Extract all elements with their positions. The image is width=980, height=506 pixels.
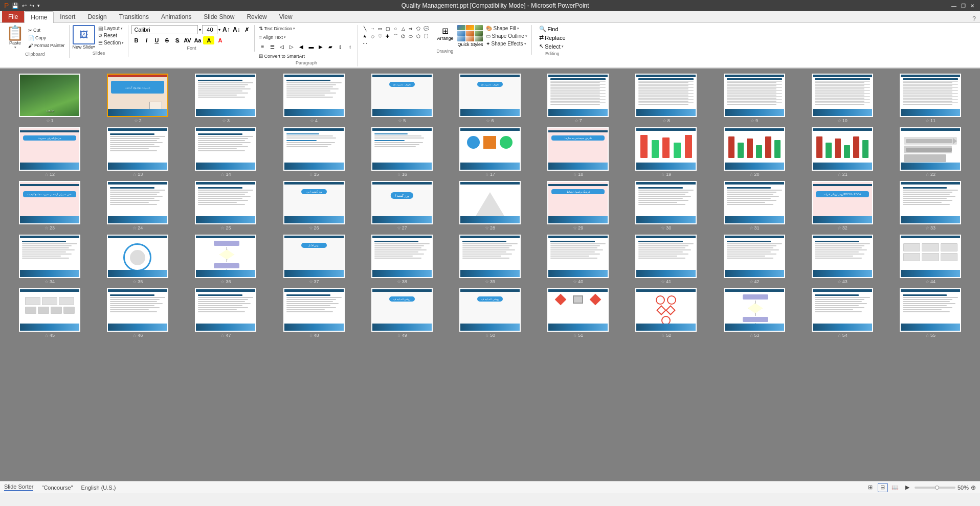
font-name-dropdown[interactable]: ▾ xyxy=(199,28,201,32)
list-item[interactable]: ☆34 xyxy=(7,235,92,284)
list-item[interactable]: ☆9 xyxy=(711,74,796,123)
align-text-button[interactable]: ≡Align Text▾ xyxy=(258,34,287,40)
list-item[interactable]: مدیریت موضوع: کیفیت ☆2 xyxy=(95,74,180,123)
reading-view-button[interactable]: 📖 xyxy=(890,483,900,492)
zoom-fit-button[interactable]: ⊕ xyxy=(971,484,976,491)
list-item[interactable]: ☆33 xyxy=(888,181,973,231)
shapes-more[interactable]: ⋯ xyxy=(361,40,368,48)
shape-fill-button[interactable]: 🎨Shape Fill▾ xyxy=(485,25,528,32)
tab-home[interactable]: Home xyxy=(24,11,54,23)
bold-button[interactable]: B xyxy=(131,36,141,44)
list-item[interactable]: نگرش سیستمی به سازما ☆18 xyxy=(536,127,620,177)
strikethrough-button[interactable]: S xyxy=(162,36,171,44)
select-button[interactable]: ↖Select▾ xyxy=(537,42,566,50)
list-item[interactable]: مراحل اجرایی مدیریت ☆12 xyxy=(7,127,92,177)
list-item[interactable]: ☆19 xyxy=(623,127,708,177)
list-item[interactable]: ☆7 xyxy=(536,74,620,123)
format-painter-button[interactable]: 🖌 Format Painter xyxy=(27,42,66,49)
list-item[interactable]: ☆20 xyxy=(711,127,796,177)
list-item[interactable]: ☆4 xyxy=(272,74,357,123)
shape-round-rect[interactable]: ▢ xyxy=(384,25,391,32)
slide-sorter-view-button[interactable]: ⊟ xyxy=(878,483,888,492)
list-item[interactable]: ☆24 xyxy=(95,181,180,231)
quick-access-undo[interactable]: ↩ xyxy=(22,3,27,9)
increase-indent-button[interactable]: ▷ xyxy=(287,42,296,51)
font-size-input[interactable] xyxy=(202,25,217,34)
list-item[interactable]: ☆11 xyxy=(888,74,973,123)
shape-diamond[interactable]: ◇ xyxy=(369,33,376,40)
list-item[interactable]: ☆25 xyxy=(183,181,268,231)
slide-sorter-tab[interactable]: Slide Sorter xyxy=(4,484,33,491)
shape-line[interactable]: ╲ xyxy=(361,25,368,32)
list-item[interactable]: ☆51 xyxy=(536,288,620,338)
find-button[interactable]: 🔍Find xyxy=(537,25,560,33)
list-item[interactable]: تعریف مدیریت ج ☆6 xyxy=(448,74,532,123)
shape-callout[interactable]: 💬 xyxy=(422,25,430,32)
new-slide-button[interactable]: 🖼 New Slide ▾ xyxy=(73,25,96,50)
list-item[interactable]: ☆40 xyxy=(536,235,620,284)
shape-oval[interactable]: ○ xyxy=(392,25,399,32)
font-name-input[interactable] xyxy=(131,25,198,34)
cut-button[interactable]: ✂ Cut xyxy=(27,27,66,34)
quick-access-redo[interactable]: ↪ xyxy=(30,3,34,9)
tab-insert[interactable]: Insert xyxy=(54,11,81,22)
zoom-slider[interactable] xyxy=(915,487,955,489)
list-item[interactable]: روشی که باید ف ☆49 xyxy=(360,288,444,338)
shape-heart[interactable]: ♡ xyxy=(376,33,384,40)
tab-slideshow[interactable]: Slide Show xyxy=(197,11,240,22)
minimize-button[interactable]: — xyxy=(950,2,957,9)
list-item[interactable]: ☆38 xyxy=(360,235,444,284)
list-item[interactable]: ☆31 xyxy=(711,181,796,231)
shape-effects-button[interactable]: ✦Shape Effects▾ xyxy=(485,40,528,47)
list-item[interactable]: ☆54 xyxy=(800,288,885,338)
list-item[interactable]: ☆53 xyxy=(711,288,796,338)
list-item[interactable]: ☆41 xyxy=(623,235,708,284)
highlight-button[interactable]: A xyxy=(203,36,214,44)
list-item[interactable]: ☆28 xyxy=(448,181,532,231)
close-button[interactable]: ✕ xyxy=(969,2,976,9)
list-item[interactable]: ☆47 xyxy=(183,288,268,338)
paste-button[interactable]: 📋 Paste ▾ xyxy=(4,25,26,51)
help-button[interactable]: ? xyxy=(972,15,976,22)
list-item[interactable]: ☆13 xyxy=(95,127,180,177)
list-item[interactable]: ☆14 xyxy=(183,127,268,177)
restore-button[interactable]: ❐ xyxy=(960,2,967,9)
list-item[interactable]: ☆43 xyxy=(800,235,885,284)
section-button[interactable]: ☰ Section ▾ xyxy=(97,39,125,46)
list-item[interactable]: ☆8 xyxy=(623,74,708,123)
list-item[interactable]: ☆16 xyxy=(360,127,444,177)
tab-animations[interactable]: Animations xyxy=(155,11,197,22)
list-item[interactable]: ☆42 xyxy=(711,235,796,284)
arrange-button[interactable]: ⊞ Arrange xyxy=(435,25,455,42)
list-item[interactable]: ☆48 xyxy=(272,288,357,338)
list-item[interactable]: فرهنگ و اصول ارتباط ☆29 xyxy=(536,181,620,231)
list-item[interactable]: ☆39 xyxy=(448,235,532,284)
list-item[interactable]: نوش افکار ☆37 xyxy=(272,235,357,284)
quick-access-save[interactable]: 💾 xyxy=(12,3,19,9)
convert-smartart-button[interactable]: ⊞Convert to SmartArt xyxy=(258,53,306,59)
align-right-button[interactable]: ▶ xyxy=(316,42,325,51)
shape-cylinder[interactable]: ⬭ xyxy=(407,33,414,40)
bullet-list-button[interactable]: ≡ xyxy=(258,42,267,51)
decrease-font-button[interactable]: A↓ xyxy=(232,26,241,34)
align-center-button[interactable]: ▬ xyxy=(306,42,316,51)
list-item[interactable]: ☆22 xyxy=(888,127,973,177)
char-spacing-button[interactable]: AV xyxy=(183,36,192,44)
list-item[interactable]: ☆30 xyxy=(623,181,708,231)
shape-arrow[interactable]: → xyxy=(369,25,376,32)
shape-cross[interactable]: ✚ xyxy=(384,33,391,40)
list-item[interactable]: ☆45 xyxy=(7,288,92,338)
underline-button[interactable]: U xyxy=(152,36,161,44)
copy-button[interactable]: 📄 Copy xyxy=(27,35,66,41)
shape-arc[interactable]: ⌒ xyxy=(392,33,399,40)
list-item[interactable]: ☆35 xyxy=(95,235,180,284)
shape-bracket[interactable]: ⌬ xyxy=(399,33,407,40)
shape-brace[interactable]: 〔〕 xyxy=(422,33,430,40)
change-case-button[interactable]: Aa xyxy=(193,36,202,44)
italic-button[interactable]: I xyxy=(142,36,151,44)
shape-rect[interactable]: ▭ xyxy=(376,25,384,32)
list-item[interactable]: ☆21 xyxy=(800,127,885,177)
clear-format-button[interactable]: ✗ xyxy=(242,26,251,34)
tab-design[interactable]: Design xyxy=(81,11,113,22)
tab-review[interactable]: Review xyxy=(240,11,273,22)
